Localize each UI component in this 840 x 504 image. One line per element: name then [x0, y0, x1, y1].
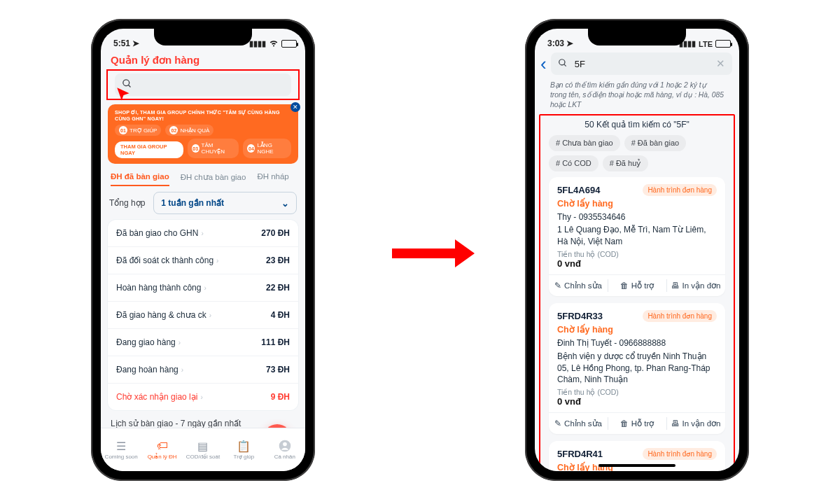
nav-orders[interactable]: 🏷Quản lý ĐH [143, 440, 182, 460]
screen-right: 3:03 ➤ ▮▮▮▮ LTE ‹ ✕ Bạn có thể tìm kiếm … [535, 29, 739, 471]
result-count: 50 Kết quả tìm kiếm có "5F" [540, 117, 734, 135]
chip-cod[interactable]: # Có COD [549, 155, 598, 172]
chevron-right-icon: › [201, 230, 203, 237]
search-help-text: Bạn có thể tìm kiếm gần đúng với 1 hoặc … [535, 78, 739, 114]
notch [588, 29, 686, 46]
user-icon [277, 440, 293, 452]
chip-cancelled[interactable]: # Đã huỷ [603, 155, 649, 172]
journey-badge[interactable]: Hành trình đơn hàng [643, 448, 717, 460]
cursor-annotation-icon [115, 86, 133, 104]
status-row[interactable]: Đã đối soát ck thành công›23 ĐH [108, 246, 298, 274]
highlight-search-annotation [106, 69, 300, 100]
status-row[interactable]: Đang hoàn hàng›73 ĐH [108, 356, 298, 383]
action-support[interactable]: 🗑Hỗ trợ [608, 413, 666, 434]
notch [154, 29, 252, 46]
order-amount: 0 vnđ [557, 258, 717, 269]
nav-coming-soon[interactable]: ☰Coming soon [102, 440, 141, 460]
clipboard-icon: 📋 [236, 440, 251, 452]
home-indicator [598, 464, 676, 467]
tab-delivered[interactable]: ĐH đã bàn giao [111, 172, 169, 186]
battery-icon [281, 40, 297, 48]
order-code: 5FRD4R33 [557, 311, 603, 321]
chip-not-delivered[interactable]: # Chưa bàn giao [549, 135, 620, 151]
order-tabs: ĐH đã bàn giao ĐH chưa bàn giao ĐH nháp [101, 168, 305, 186]
battery-icon [715, 40, 731, 48]
pencil-icon: ✎ [554, 419, 561, 428]
order-amount: 0 vnđ [557, 396, 717, 407]
location-icon: ➤ [132, 38, 139, 48]
screen-left: 5:51 ➤ ▮▮▮▮ Quản lý đơn hàng ✕ [101, 29, 305, 471]
week-select[interactable]: 1 tuần gần nhất ⌄ [153, 192, 297, 214]
order-code: 5FRD4R41 [557, 449, 603, 459]
search-header: ‹ ✕ [535, 50, 739, 78]
chevron-right-icon: › [178, 339, 181, 346]
chevron-right-icon: › [181, 366, 183, 374]
trash-icon: 🗑 [620, 281, 629, 290]
highlight-results-annotation: 50 Kết quả tìm kiếm có "5F" # Chưa bàn g… [539, 114, 735, 471]
flow-arrow [392, 239, 475, 267]
cod-label: Tiền thu hộ (COD) [557, 250, 717, 258]
svg-point-1 [283, 442, 287, 447]
search-icon [558, 58, 568, 70]
network-label: LTE [699, 40, 713, 48]
banner-headline: SHOP ƠI, THAM GIA GROUP CHÍNH THỨC "TÂM … [115, 109, 291, 122]
promo-banner[interactable]: ✕ SHOP ƠI, THAM GIA GROUP CHÍNH THỨC "TÂ… [108, 104, 298, 164]
chevron-right-icon: › [216, 257, 218, 265]
bottom-nav: ☰Coming soon 🏷Quản lý ĐH ▤COD/đối soát 📋… [101, 428, 305, 471]
status-row[interactable]: Đang giao hàng›111 ĐH [108, 328, 298, 356]
clock: 3:03 [547, 38, 564, 48]
banner-cta[interactable]: THAM GIA GROUP NGAY [115, 141, 183, 158]
tab-draft[interactable]: ĐH nháp [257, 172, 288, 186]
journey-badge[interactable]: Hành trình đơn hàng [643, 184, 717, 196]
printer-icon: 🖶 [671, 281, 680, 290]
wifi-icon [269, 40, 279, 48]
tag-icon: 🏷 [155, 440, 170, 452]
chevron-right-icon: › [204, 284, 206, 292]
back-button[interactable]: ‹ [540, 53, 547, 75]
chevron-down-icon: ⌄ [281, 198, 289, 209]
status-row[interactable]: Hoàn hàng thành công›22 ĐH [108, 274, 298, 301]
filter-chips: # Chưa bàn giao # Đã bàn giao # Có COD #… [540, 135, 734, 177]
banner-pill: 03TÂM CHUYỆN [188, 139, 239, 158]
phone-frame-left: 5:51 ➤ ▮▮▮▮ Quản lý đơn hàng ✕ [91, 19, 315, 481]
search-input[interactable] [115, 74, 291, 96]
summary-row: Tổng hợp 1 tuần gần nhất ⌄ [101, 186, 305, 220]
status-row[interactable]: Đã bàn giao cho GHN›270 ĐH [108, 220, 298, 246]
tab-not-delivered[interactable]: ĐH chưa bàn giao [181, 172, 246, 186]
status-row[interactable]: Đã giao hàng & chưa ck›4 ĐH [108, 301, 298, 328]
signal-icon: ▮▮▮▮ [249, 39, 266, 48]
pencil-icon: ✎ [554, 281, 561, 290]
clock: 5:51 [113, 38, 130, 48]
page-title: Quản lý đơn hàng [101, 50, 305, 68]
order-code: 5FL4A694 [557, 185, 600, 195]
action-support[interactable]: 🗑Hỗ trợ [608, 275, 666, 296]
chevron-right-icon: › [209, 312, 211, 319]
action-print[interactable]: 🖶In vận đơn [666, 413, 725, 434]
search-input[interactable]: ✕ [551, 52, 732, 75]
chevron-right-icon: › [200, 393, 202, 401]
result-card[interactable]: 5FRD4R33 Hành trình đơn hàng Chờ lấy hàn… [549, 303, 725, 434]
chip-delivered[interactable]: # Đã bàn giao [624, 135, 687, 151]
clear-icon[interactable]: ✕ [716, 57, 725, 70]
action-print[interactable]: 🖶In vận đơn [666, 275, 725, 296]
menu-icon: ☰ [113, 440, 129, 452]
action-edit[interactable]: ✎Chỉnh sửa [549, 275, 608, 296]
status-row[interactable]: Chờ xác nhận giao lại›9 ĐH [108, 383, 298, 410]
order-contact: Đinh Thị Tuyết - 0966888888 [557, 337, 717, 349]
journey-badge[interactable]: Hành trình đơn hàng [643, 310, 717, 322]
printer-icon: 🖶 [671, 419, 680, 428]
order-contact: Thy - 0935534646 [557, 211, 717, 223]
result-card[interactable]: 5FL4A694 Hành trình đơn hàng Chờ lấy hàn… [549, 177, 725, 296]
banner-pill: 04LẮNG NGHE [243, 139, 291, 158]
order-address: Bệnh viện y dược cổ truyền Ninh Thuận 05… [557, 351, 717, 386]
nav-cod[interactable]: ▤COD/đối soát [183, 440, 223, 460]
cod-label: Tiền thu hộ (COD) [557, 388, 717, 396]
close-icon[interactable]: ✕ [290, 102, 300, 112]
nav-profile[interactable]: Cá nhân [265, 440, 304, 460]
barcode-icon: ▤ [195, 440, 211, 452]
banner-pill: 02NHẬN QUÀ [165, 125, 214, 136]
action-edit[interactable]: ✎Chỉnh sửa [549, 413, 608, 434]
nav-help[interactable]: 📋Trợ giúp [224, 440, 263, 460]
status-list: Đã bàn giao cho GHN›270 ĐH Đã đối soát c… [108, 220, 298, 410]
summary-label: Tổng hợp [109, 198, 145, 208]
